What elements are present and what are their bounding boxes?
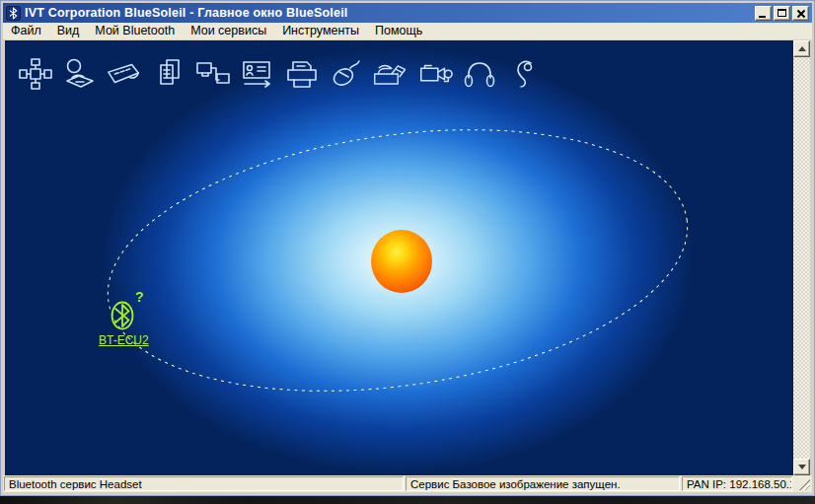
bluetooth-app-icon [6,6,21,21]
network-hub-icon[interactable] [17,55,54,93]
my-device-sun[interactable] [371,230,432,293]
information-sync-icon[interactable] [239,55,276,93]
unknown-device-badge: ? [135,289,144,305]
resize-grip[interactable] [794,476,811,491]
menu-my-services[interactable]: Мои сервисы [183,23,274,39]
serial-port-icon[interactable] [106,55,143,93]
network-access-icon[interactable] [194,55,232,93]
arrow-down-icon [798,465,806,469]
window-controls [755,6,809,21]
desktop-strip [0,496,815,504]
window-title: IVT Corporation BlueSoleil - Главное окн… [25,6,751,20]
screen: IVT Corporation BlueSoleil - Главное окн… [0,0,815,504]
status-message: Сервис Базовое изображение запущен. [406,476,680,491]
bluetooth-device-icon[interactable] [110,298,137,337]
service-toolbar [17,55,543,93]
camcorder-icon[interactable] [416,55,454,93]
minimize-button[interactable] [755,6,772,21]
dialup-networking-icon[interactable] [61,55,99,93]
menu-my-bluetooth[interactable]: Мой Bluetooth [87,23,183,39]
file-transfer-icon[interactable] [150,55,187,93]
mouse-icon[interactable] [328,55,365,93]
menu-help[interactable]: Помощь [367,23,430,39]
status-service: Bluetooth сервис Headset [4,476,404,491]
main-canvas[interactable]: ? BT-ECU2 [5,40,793,475]
bluesoleil-window: IVT Corporation BlueSoleil - Главное окн… [0,0,815,496]
minimize-icon [759,16,766,18]
printer-icon[interactable] [283,55,321,93]
maximize-button[interactable] [774,6,790,21]
status-pan-ip: PAN IP: 192.168.50.1 [682,476,792,491]
arrow-up-icon [798,46,806,51]
headphones-icon[interactable] [461,55,498,93]
scroll-down-button[interactable] [793,459,810,475]
vertical-scrollbar[interactable] [793,40,810,475]
statusbar: Bluetooth сервис Headset Сервис Базовое … [3,475,812,492]
scroll-up-button[interactable] [793,40,810,57]
device-label[interactable]: BT-ECU2 [99,333,149,347]
fax-icon[interactable] [372,55,409,93]
headset-icon[interactable] [505,55,543,93]
titlebar[interactable]: IVT Corporation BlueSoleil - Главное окн… [3,3,812,23]
menu-tools[interactable]: Инструменты [274,23,367,39]
close-button[interactable] [792,6,809,21]
menu-file[interactable]: Файл [3,23,49,39]
menu-view[interactable]: Вид [49,23,88,39]
menubar: Файл Вид Мой Bluetooth Мои сервисы Инстр… [3,23,812,40]
maximize-icon [778,9,786,17]
